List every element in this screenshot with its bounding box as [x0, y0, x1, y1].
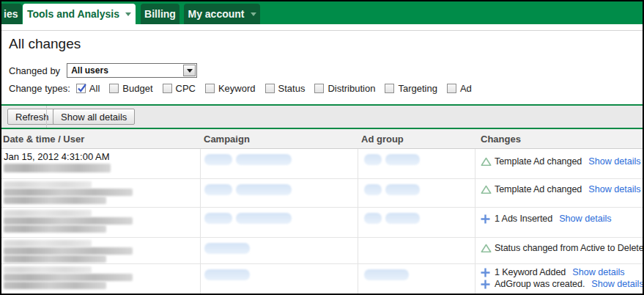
unchecked-checkbox-icon[interactable]	[385, 84, 394, 93]
tab-label: ies	[4, 8, 18, 20]
added-plus-icon	[481, 268, 493, 277]
change-entry: 1 Ads InsertedShow details	[481, 214, 612, 224]
change-description: Template Ad changed	[495, 184, 582, 194]
change-type-checkbox-budget[interactable]: Budget	[109, 83, 152, 94]
change-type-checkbox-keyword[interactable]: Keyword	[205, 83, 256, 94]
redacted-user-text	[4, 197, 106, 204]
changed-by-label: Changed by	[9, 65, 60, 76]
redacted-user-text	[4, 255, 106, 263]
change-type-checkbox-all[interactable]: All	[76, 83, 100, 94]
change-entry: Template Ad changedShow details	[481, 184, 641, 194]
redacted-user-text	[4, 274, 133, 281]
tab-label: Billing	[144, 8, 176, 20]
page-title: All changes	[9, 36, 81, 52]
checkbox-label: Status	[278, 83, 306, 94]
show-details-link[interactable]: Show details	[591, 279, 643, 289]
redacted-adgroup-name	[385, 184, 420, 195]
adwords-change-history-screen: ies Tools and Analysis Billing My accoun…	[0, 0, 644, 295]
show-details-link[interactable]: Show details	[588, 184, 640, 194]
tab-label: Tools and Analysis	[27, 8, 119, 20]
column-header-changes: Changes	[481, 134, 521, 145]
table-row: Jan 15, 2012 4:31:00 AMTemplate Ad chang…	[1, 149, 643, 179]
show-details-link[interactable]: Show details	[559, 214, 611, 224]
redacted-campaign-name	[236, 213, 292, 224]
redacted-user-text	[4, 210, 92, 216]
column-header-date-time-user: Date & time / User	[3, 134, 84, 145]
redacted-campaign-name	[204, 184, 232, 195]
change-datetime: Jan 15, 2012 4:31:00 AM	[4, 151, 110, 162]
tab-tools-and-analysis[interactable]: Tools and Analysis	[23, 4, 136, 24]
table-row: Template Ad changedShow details	[1, 179, 643, 208]
checked-checkbox-icon[interactable]	[76, 84, 86, 93]
change-types-label: Change types:	[9, 83, 70, 94]
change-description: Status changed from Active to Deleted	[495, 243, 644, 253]
change-triangle-icon	[481, 185, 493, 194]
table-row: Status changed from Active to Deleted	[1, 238, 643, 264]
tab-label: My account	[188, 8, 244, 20]
column-header-ad-group: Ad group	[361, 134, 404, 145]
redacted-campaign-name	[204, 269, 250, 280]
table-row: 1 Ads InsertedShow details	[1, 208, 643, 238]
show-all-details-button[interactable]: Show all details	[53, 109, 135, 125]
change-triangle-icon	[481, 157, 493, 167]
show-details-link[interactable]: Show details	[572, 267, 624, 277]
change-description: AdGroup was created.	[495, 279, 585, 289]
added-plus-icon	[481, 280, 493, 289]
tab-my-account[interactable]: My account	[184, 4, 260, 24]
change-entry: AdGroup was created.Show details	[481, 279, 644, 289]
changed-by-select[interactable]: All users	[67, 63, 197, 78]
change-types-filter: Change types: AllBudgetCPCKeywordStatusD…	[9, 81, 472, 95]
tab-billing[interactable]: Billing	[141, 4, 179, 24]
unchecked-checkbox-icon[interactable]	[314, 84, 324, 93]
subnav-divider	[1, 30, 643, 31]
column-divider	[475, 149, 475, 294]
redacted-adgroup-name	[385, 213, 420, 224]
main-nav-bar: ies Tools and Analysis Billing My accoun…	[1, 1, 643, 24]
change-entry: 1 Keyword AddedShow details	[481, 267, 625, 277]
redacted-adgroup-name	[364, 154, 382, 165]
unchecked-checkbox-icon[interactable]	[109, 84, 119, 93]
redacted-campaign-name	[236, 184, 292, 195]
change-entry: Status changed from Active to Deleted	[481, 243, 644, 253]
redacted-user-text	[4, 247, 133, 255]
redacted-user-text	[4, 164, 111, 172]
redacted-campaign-name	[204, 213, 232, 224]
show-details-link[interactable]: Show details	[588, 156, 640, 167]
added-plus-icon	[481, 214, 493, 224]
unchecked-checkbox-icon[interactable]	[205, 84, 215, 93]
checkbox-label: Distribution	[327, 83, 375, 94]
change-description: 1 Keyword Added	[495, 267, 566, 277]
change-type-checkbox-status[interactable]: Status	[265, 83, 306, 94]
column-header-campaign: Campaign	[204, 134, 250, 145]
toolbar-divider	[46, 106, 47, 128]
change-type-checkbox-ad[interactable]: Ad	[447, 83, 472, 94]
checkbox-label: Budget	[122, 83, 152, 94]
redacted-user-text	[4, 225, 106, 233]
table-row: 1 Keyword AddedShow detailsAdGroup was c…	[1, 264, 643, 294]
refresh-button[interactable]: Refresh	[7, 109, 57, 125]
unchecked-checkbox-icon[interactable]	[265, 84, 275, 93]
checkbox-label: Targeting	[398, 83, 437, 94]
change-type-checkbox-cpc[interactable]: CPC	[163, 83, 196, 94]
chevron-down-icon	[251, 12, 256, 16]
redacted-user-text	[4, 240, 92, 247]
change-description: Template Ad changed	[495, 156, 582, 167]
unchecked-checkbox-icon[interactable]	[447, 84, 456, 93]
redacted-campaign-name	[204, 243, 250, 254]
redacted-user-text	[4, 181, 92, 188]
checkbox-label: Ad	[460, 83, 472, 94]
change-type-checkbox-targeting[interactable]: Targeting	[385, 83, 437, 94]
dropdown-arrow-icon[interactable]	[183, 65, 196, 76]
change-type-checkbox-distribution[interactable]: Distribution	[314, 83, 375, 94]
tab-opportunities-partial[interactable]: ies	[1, 4, 22, 24]
redacted-adgroup-name	[385, 154, 420, 165]
redacted-user-text	[4, 189, 133, 196]
redacted-adgroup-name	[364, 213, 382, 224]
table-body: Jan 15, 2012 4:31:00 AMTemplate Ad chang…	[1, 149, 643, 294]
changed-by-filter: Changed by All users	[9, 63, 197, 78]
chevron-down-icon	[125, 12, 131, 16]
redacted-adgroup-name	[364, 269, 409, 280]
change-entry: Template Ad changedShow details	[481, 156, 641, 167]
column-divider	[358, 149, 358, 294]
unchecked-checkbox-icon[interactable]	[163, 84, 172, 93]
